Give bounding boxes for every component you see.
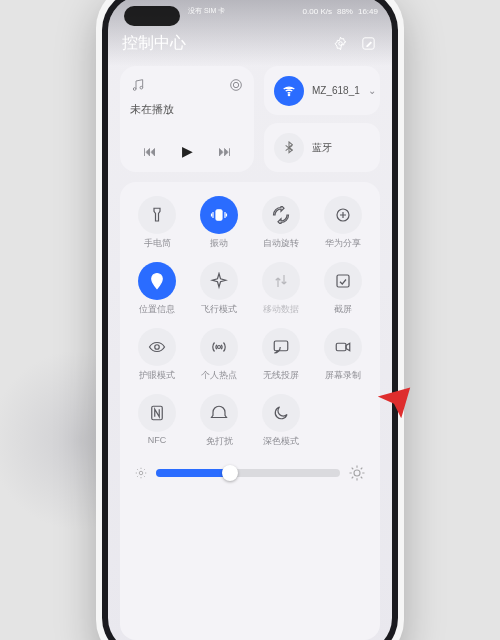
toggle-label: 自动旋转 [263, 237, 299, 250]
toggle-share[interactable]: 华为分享 [312, 196, 374, 250]
svg-point-6 [288, 94, 289, 95]
annotation-arrow [376, 384, 412, 424]
play-button[interactable]: ▶ [182, 143, 193, 159]
svg-point-8 [354, 470, 360, 476]
toggle-label: 飞行模式 [201, 303, 237, 316]
toggle-label: 移动数据 [263, 303, 299, 316]
settings-icon[interactable] [330, 33, 350, 53]
brightness-low-icon [134, 466, 148, 480]
chevron-down-icon[interactable]: ⌄ [368, 85, 376, 96]
battery-percent: 88% [337, 7, 353, 16]
brightness-slider[interactable] [126, 460, 374, 490]
toggle-vibrate[interactable]: 振动 [188, 196, 250, 250]
toggle-dark[interactable]: 深色模式 [250, 394, 312, 448]
slider-track[interactable] [156, 469, 340, 477]
toggle-label: 个人热点 [201, 369, 237, 382]
media-status: 未在播放 [130, 102, 244, 117]
cast-icon [262, 328, 300, 366]
svg-point-5 [231, 80, 242, 91]
location-icon [138, 262, 176, 300]
hotspot-icon [200, 328, 238, 366]
toggle-hotspot[interactable]: 个人热点 [188, 328, 250, 382]
camera-cutout [124, 6, 180, 26]
music-note-icon [130, 77, 146, 97]
phone-frame: 没有 SIM 卡 0.00 K/s 88% 16:49 控制中心 [96, 0, 404, 640]
svg-marker-9 [378, 388, 410, 419]
brightness-high-icon [348, 464, 366, 482]
toggle-nfc[interactable]: NFC [126, 394, 188, 448]
rotate-icon [262, 196, 300, 234]
media-card[interactable]: 未在播放 ⏮ ▶ ⏭ [120, 66, 254, 172]
header: 控制中心 [108, 26, 392, 60]
toggle-screenshot[interactable]: 截屏 [312, 262, 374, 316]
cast-audio-icon[interactable] [228, 77, 244, 97]
toggle-dnd[interactable]: 免打扰 [188, 394, 250, 448]
nfc-icon [138, 394, 176, 432]
toggle-label: 免打扰 [206, 435, 233, 448]
svg-point-3 [140, 86, 143, 89]
toggle-label: 振动 [210, 237, 228, 250]
screen: 没有 SIM 卡 0.00 K/s 88% 16:49 控制中心 [108, 0, 392, 640]
status-bar: 没有 SIM 卡 0.00 K/s 88% 16:49 [188, 2, 378, 20]
wifi-icon [274, 76, 304, 106]
flashlight-icon [138, 196, 176, 234]
toggle-label: NFC [148, 435, 167, 445]
toggle-label: 华为分享 [325, 237, 361, 250]
prev-track-button[interactable]: ⏮ [143, 143, 157, 159]
bluetooth-label: 蓝牙 [312, 142, 332, 153]
next-track-button[interactable]: ⏭ [218, 143, 232, 159]
dark-icon [262, 394, 300, 432]
sim-status: 没有 SIM 卡 [188, 6, 225, 16]
toggle-label: 无线投屏 [263, 369, 299, 382]
toggle-record[interactable]: 屏幕录制 [312, 328, 374, 382]
toggle-data[interactable]: 移动数据 [250, 262, 312, 316]
toggle-autorotate[interactable]: 自动旋转 [250, 196, 312, 250]
toggle-label: 截屏 [334, 303, 352, 316]
share-icon [324, 196, 362, 234]
eye-icon [138, 328, 176, 366]
toggle-cast[interactable]: 无线投屏 [250, 328, 312, 382]
slider-knob[interactable] [222, 465, 238, 481]
toggle-location[interactable]: 位置信息 [126, 262, 188, 316]
wifi-ssid: MZ_618_1 [312, 85, 360, 96]
airplane-icon [200, 262, 238, 300]
record-icon [324, 328, 362, 366]
toggle-label: 护眼模式 [139, 369, 175, 382]
toggle-flashlight[interactable]: 手电筒 [126, 196, 188, 250]
toggle-label: 位置信息 [139, 303, 175, 316]
toggle-label: 屏幕录制 [325, 369, 361, 382]
net-speed: 0.00 K/s [303, 7, 332, 16]
vibrate-icon [200, 196, 238, 234]
svg-point-4 [233, 82, 238, 87]
quick-toggles-panel: 手电筒振动自动旋转华为分享位置信息飞行模式移动数据截屏护眼模式个人热点无线投屏屏… [120, 182, 380, 640]
toggle-label: 手电筒 [144, 237, 171, 250]
toggle-airplane[interactable]: 飞行模式 [188, 262, 250, 316]
svg-point-2 [133, 88, 136, 91]
screenshot-icon [324, 262, 362, 300]
dnd-icon [200, 394, 238, 432]
wifi-toggle[interactable]: MZ_618_1 ⌄ [264, 66, 380, 115]
data-icon [262, 262, 300, 300]
svg-point-7 [139, 471, 143, 475]
toggle-label: 深色模式 [263, 435, 299, 448]
bluetooth-icon [274, 133, 304, 163]
toggle-eyecare[interactable]: 护眼模式 [126, 328, 188, 382]
page-title: 控制中心 [122, 33, 186, 54]
edit-icon[interactable] [358, 33, 378, 53]
bluetooth-toggle[interactable]: 蓝牙 [264, 123, 380, 172]
clock: 16:49 [358, 7, 378, 16]
